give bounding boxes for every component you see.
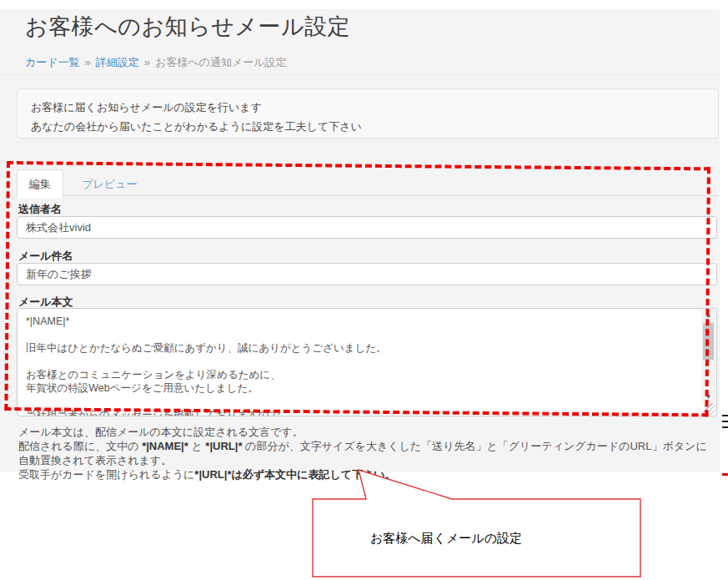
textarea-scrollbar[interactable]: ▲ ▼: [701, 310, 715, 403]
sender-name-label: 送信者名: [18, 202, 62, 217]
url-placeholder-token: *|URL|*: [205, 440, 242, 452]
scrollbar-thumb[interactable]: [703, 323, 714, 360]
breadcrumb-current: お客様への通知メール設定: [155, 56, 287, 68]
edge-artifact-red-dash: [722, 473, 728, 476]
notice-box: お客様に届くお知らせメールの設定を行います あなたの会社から届いたことがわかるよ…: [17, 88, 719, 139]
help-line-2: 配信される際に、文中の *|NAME|* と *|URL|* の部分が、文字サイ…: [18, 439, 714, 467]
notice-line-1: お客様に届くお知らせメールの設定を行います: [31, 98, 705, 117]
page-title: お客様へのお知らせメール設定: [25, 12, 350, 42]
help-line-3: 受取手がカードを開けられるように*|URL|*は必ず本文中に表記して下さい。: [18, 467, 714, 482]
tab-bar: 編集 プレビュー: [17, 169, 719, 196]
mail-body-line: [26, 328, 697, 341]
edge-artifact-dash: [722, 415, 728, 416]
url-required-note: *|URL|*は必ず本文中に表記して下さい。: [194, 468, 395, 481]
mail-body-line: [26, 395, 697, 408]
scroll-down-icon[interactable]: ▼: [701, 391, 715, 403]
mail-body-line: 年賀状の特設Webページをご用意いたしました。: [26, 381, 697, 395]
annotation-callout-text: お客様へ届くメールの設定: [300, 531, 592, 547]
notice-line-2: あなたの会社から届いたことがわかるように設定を工夫して下さい: [31, 117, 705, 136]
help-text-segment: 受取手がカードを開けられるように: [18, 468, 194, 481]
scroll-up-icon[interactable]: ▲: [701, 310, 715, 321]
tab-edit[interactable]: 編集: [17, 169, 63, 199]
mail-subject-label: メール件名: [18, 249, 73, 264]
breadcrumb-separator: »: [144, 56, 150, 68]
breadcrumb-link-detail-settings[interactable]: 詳細設定: [96, 56, 139, 68]
mail-body-textarea[interactable]: *|NAME|* 旧年中はひとかたならぬご愛顧にあずかり、誠にありがとうございま…: [17, 308, 717, 416]
mail-body-text: *|NAME|* 旧年中はひとかたならぬご愛顧にあずかり、誠にありがとうございま…: [18, 309, 700, 416]
breadcrumb-link-card-list[interactable]: カード一覧: [25, 56, 80, 68]
mail-body-line: 当社担当者からのメッセージを掲載しておりますので、: [26, 408, 697, 416]
edge-artifact-dash: [722, 426, 728, 428]
mail-body-line: 旧年中はひとかたならぬご愛顧にあずかり、誠にありがとうございました。: [26, 341, 697, 355]
help-text-segment: 配信される際に、文中の: [18, 440, 142, 452]
edge-artifact-dash: [722, 421, 728, 422]
breadcrumb-divider: [0, 74, 720, 75]
sender-name-input[interactable]: [17, 216, 717, 239]
breadcrumb-separator: »: [85, 56, 91, 68]
mail-body-line: *|NAME|*: [26, 315, 697, 328]
textarea-resize-grip-icon[interactable]: [704, 403, 715, 415]
tab-preview[interactable]: プレビュー: [67, 170, 148, 198]
help-text-segment: と: [188, 440, 206, 452]
help-line-1: メール本文は、配信メールの本文に設定される文言です。: [18, 425, 714, 439]
mail-subject-input[interactable]: [17, 263, 717, 285]
mail-body-line: [26, 355, 697, 368]
mail-body-line: お客様とのコミュニケーションをより深めるために、: [26, 368, 697, 381]
name-placeholder-token: *|NAME|*: [142, 440, 188, 452]
mail-body-help: メール本文は、配信メールの本文に設定される文言です。 配信される際に、文中の *…: [18, 425, 714, 482]
breadcrumb: カード一覧»詳細設定»お客様への通知メール設定: [25, 55, 287, 70]
